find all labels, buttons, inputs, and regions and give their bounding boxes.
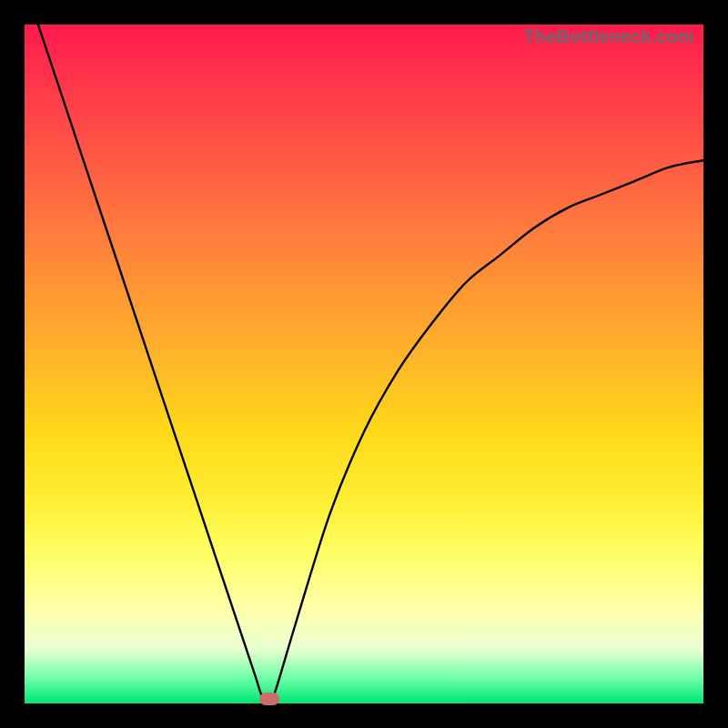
optimal-point-marker: [259, 693, 279, 705]
plot-area: TheBottleneck.com: [25, 25, 703, 703]
bottleneck-curve: [25, 25, 703, 703]
chart-frame: TheBottleneck.com: [0, 0, 728, 728]
